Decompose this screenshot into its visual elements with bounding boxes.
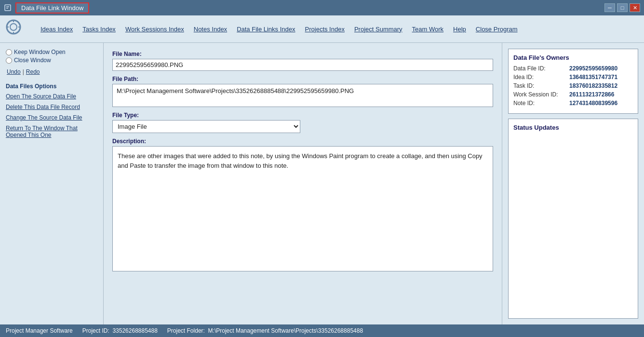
title-bar-left: Data File Link Window	[4, 2, 89, 13]
title-bar: Data File Link Window ─ □ ✕	[0, 0, 644, 15]
undo-redo-bar: Undo | Redo	[6, 68, 97, 75]
nav-ideas-index[interactable]: Ideas Index	[37, 25, 77, 34]
owner-worksession-value: 26111321372866	[569, 91, 614, 98]
window-title: Data File Link Window	[15, 2, 89, 13]
nav-team-work[interactable]: Team Work	[408, 25, 448, 34]
owner-row-note: Note ID: 127431480839596	[513, 100, 633, 107]
menu-bar: Ideas Index Tasks Index Work Sessions In…	[0, 15, 644, 43]
return-window-link[interactable]: Return To The Window That Opened This On…	[6, 124, 97, 139]
right-panel: Data File's Owners Data File ID: 2299525…	[502, 43, 644, 324]
file-path-label: File Path:	[112, 76, 493, 82]
keep-window-open-radio[interactable]: Keep Window Open	[6, 49, 97, 55]
status-project-id: Project ID: 33526268885488	[82, 327, 158, 334]
status-project-folder-label: Project Folder:	[167, 327, 205, 334]
owner-note-value: 127431480839596	[569, 100, 617, 107]
status-project-id-label: Project ID:	[82, 327, 109, 334]
undo-button[interactable]: Undo	[6, 68, 22, 75]
redo-button[interactable]: Redo	[25, 68, 41, 75]
status-panel: Status Updates	[508, 119, 638, 319]
app-icon	[4, 4, 12, 12]
owner-note-label: Note ID:	[513, 100, 566, 107]
status-project-folder-value: M:\Project Management Software\Projects\…	[208, 327, 363, 334]
svg-point-4	[10, 24, 17, 30]
open-source-link[interactable]: Open The Source Data File	[6, 93, 97, 100]
owner-datafile-value: 229952595659980	[569, 65, 617, 72]
main-nav: Ideas Index Tasks Index Work Sessions In…	[37, 25, 522, 34]
file-name-group: File Name:	[112, 51, 493, 71]
file-type-label: File Type:	[112, 112, 493, 119]
nav-notes-index[interactable]: Notes Index	[190, 25, 231, 34]
file-type-select[interactable]: Image File Document Spreadsheet Other	[112, 120, 300, 133]
owner-datafile-label: Data File ID:	[513, 65, 566, 72]
owner-row-datafile: Data File ID: 229952595659980	[513, 65, 633, 72]
status-project-id-value: 33526268885488	[112, 327, 157, 334]
undo-redo-divider: |	[23, 68, 24, 75]
status-title: Status Updates	[513, 124, 633, 131]
app-logo	[5, 18, 29, 40]
file-path-value: M:\Project Management Software\Projects\…	[112, 84, 493, 107]
close-window-input[interactable]	[6, 57, 12, 64]
status-app-name: Project Manager Software	[6, 327, 73, 334]
owner-task-value: 183760182335812	[569, 82, 617, 89]
owner-idea-label: Idea ID:	[513, 74, 566, 81]
status-project-folder: Project Folder: M:\Project Management So…	[167, 327, 363, 334]
owner-worksession-label: Work Session ID:	[513, 91, 566, 98]
nav-project-summary[interactable]: Project Summary	[350, 25, 406, 34]
close-window-button[interactable]: ✕	[630, 3, 640, 12]
file-name-label: File Name:	[112, 51, 493, 57]
maximize-button[interactable]: □	[617, 3, 628, 12]
content-area: File Name: File Path: M:\Project Managem…	[104, 43, 502, 324]
sidebar: Keep Window Open Close Window Undo | Red…	[0, 43, 104, 324]
file-path-group: File Path: M:\Project Management Softwar…	[112, 76, 493, 107]
svg-point-3	[7, 20, 20, 34]
owner-row-idea: Idea ID: 136481351747371	[513, 74, 633, 81]
main-layout: Keep Window Open Close Window Undo | Red…	[0, 43, 644, 324]
file-type-row: Image File Document Spreadsheet Other	[112, 120, 493, 133]
close-window-radio[interactable]: Close Window	[6, 57, 97, 64]
window-controls: ─ □ ✕	[604, 3, 640, 12]
file-type-group: File Type: Image File Document Spreadshe…	[112, 112, 493, 133]
nav-data-file-links-index[interactable]: Data File Links Index	[233, 25, 299, 34]
keep-window-open-label: Keep Window Open	[14, 49, 66, 55]
owner-row-worksession: Work Session ID: 26111321372866	[513, 91, 633, 98]
owner-idea-value: 136481351747371	[569, 74, 617, 81]
file-name-input[interactable]	[112, 59, 493, 71]
close-window-label: Close Window	[14, 57, 51, 64]
nav-tasks-index[interactable]: Tasks Index	[79, 25, 120, 34]
svg-rect-0	[5, 5, 11, 11]
owners-panel: Data File's Owners Data File ID: 2299525…	[508, 49, 638, 114]
change-source-link[interactable]: Change The Source Data File	[6, 114, 97, 121]
data-files-options-title: Data Files Options	[6, 83, 97, 90]
delete-record-link[interactable]: Delete This Data File Record	[6, 103, 97, 111]
window-mode-group: Keep Window Open Close Window	[6, 49, 97, 64]
description-group: Description: These are other images that…	[112, 138, 493, 271]
minimize-button[interactable]: ─	[604, 3, 615, 12]
owner-task-label: Task ID:	[513, 82, 566, 89]
description-value: These are other images that were added t…	[112, 146, 493, 271]
nav-close-program[interactable]: Close Program	[472, 25, 522, 34]
keep-window-open-input[interactable]	[6, 49, 12, 55]
nav-help[interactable]: Help	[449, 25, 470, 34]
nav-projects-index[interactable]: Projects Index	[301, 25, 349, 34]
owners-title: Data File's Owners	[513, 54, 633, 61]
nav-work-sessions-index[interactable]: Work Sessions Index	[121, 25, 188, 34]
owner-row-task: Task ID: 183760182335812	[513, 82, 633, 89]
description-label: Description:	[112, 138, 493, 145]
status-bar: Project Manager Software Project ID: 335…	[0, 324, 644, 337]
